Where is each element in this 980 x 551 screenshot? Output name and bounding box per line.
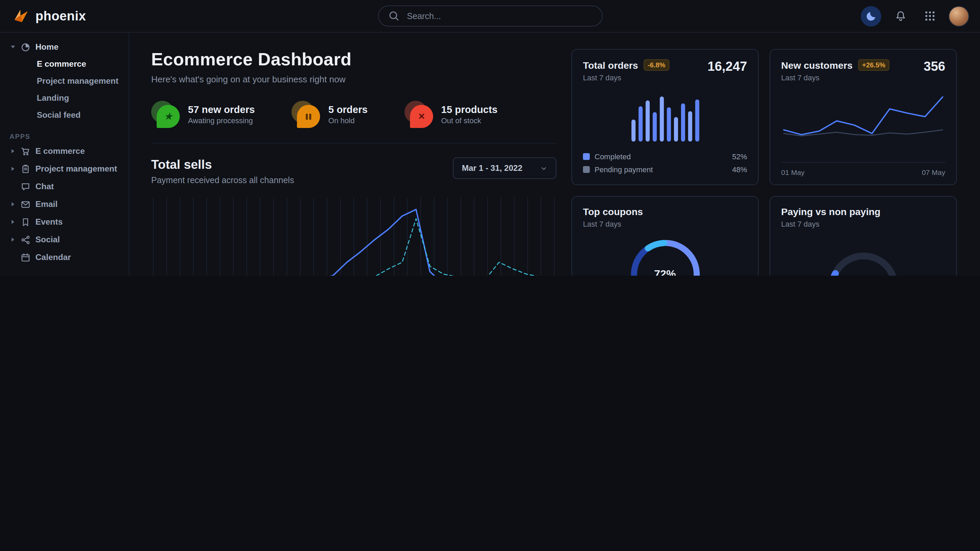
sidebar-item-label: Events [35, 217, 63, 227]
date-range-select[interactable]: Mar 1 - 31, 2022 [453, 157, 557, 179]
card-title: Paying vs non paying [781, 206, 881, 217]
apps-grid-button[interactable] [920, 6, 940, 26]
caret-right-icon [11, 220, 14, 224]
caret-right-icon [11, 238, 14, 241]
pause-icon [291, 101, 320, 128]
cart-icon [21, 146, 31, 156]
page-title: Ecommerce Dashboard [151, 49, 557, 70]
paying-gauge-chart [805, 231, 921, 276]
trend-badge: -6.8% [644, 59, 670, 71]
stats-row: ★ 57 new orders Awating processing 5 ord… [151, 101, 557, 144]
caret-down-icon [11, 46, 14, 48]
new-customers-card: New customers +26.5% Last 7 days 356 01 … [770, 49, 957, 185]
sidebar: HomeE commerceProject managementLandingS… [0, 33, 129, 276]
stat-new-orders: ★ 57 new orders Awating processing [151, 101, 255, 128]
sidebar-item-label: Chat [35, 182, 54, 191]
total-sells-section: Total sells Payment received across all … [151, 157, 557, 276]
caret-right-icon [11, 167, 14, 171]
sidebar-item-label: Email [35, 199, 57, 209]
brand[interactable]: phoenix [12, 7, 86, 25]
search-input[interactable] [406, 11, 592, 21]
sidebar-item-label: Social [35, 235, 60, 245]
calendar-icon [21, 252, 31, 262]
donut-center-value: 72% [625, 235, 705, 276]
global-search[interactable] [378, 5, 602, 27]
sidebar-item-label: Home [35, 42, 59, 52]
sidebar-item-project-management[interactable]: Project management [0, 73, 129, 90]
kpi-cards: Total orders -6.8% Last 7 days 16,247 Co… [571, 49, 957, 276]
sidebar-section-apps: APPS [0, 133, 129, 140]
share-icon [21, 235, 31, 245]
sidebar-item-social[interactable]: Social [0, 231, 129, 248]
chat-icon [21, 181, 31, 192]
total-orders-chart [600, 89, 730, 143]
search-icon [388, 10, 399, 22]
grid-icon [924, 10, 935, 22]
main-content: Ecommerce Dashboard Here's what's going … [129, 33, 980, 276]
sidebar-item-email[interactable]: Email [0, 195, 129, 213]
sidebar-item-label: Project management [35, 164, 117, 173]
new-customers-x-axis: 01 May07 May [781, 162, 945, 176]
phoenix-logo-icon [12, 7, 30, 25]
moon-icon [865, 10, 877, 22]
clipboard-icon [21, 164, 31, 174]
stat-out-of-stock: × 15 products Out of stock [404, 101, 498, 128]
sidebar-item-e-commerce[interactable]: E commerce [0, 56, 129, 73]
sidebar-item-chat[interactable]: Chat [0, 178, 129, 195]
pie-icon [21, 42, 31, 52]
total-sells-subtitle: Payment received across all channels [151, 176, 294, 185]
sidebar-item-landing[interactable]: Landing [0, 90, 129, 107]
sidebar-item-label: E commerce [35, 146, 85, 156]
sidebar-nav: HomeE commerceProject managementLandingS… [0, 38, 129, 276]
legend-item: Pending payment48% [583, 163, 747, 176]
paying-vs-non-paying-card: Paying vs non paying Last 7 days Paying … [770, 196, 957, 276]
total-orders-card: Total orders -6.8% Last 7 days 16,247 Co… [571, 49, 759, 185]
top-coupons-card: Top coupons Last 7 days 72% Percentage d… [571, 196, 759, 276]
sidebar-item-project-management[interactable]: Project management [0, 160, 129, 178]
card-title: Top coupons [583, 206, 643, 217]
trend-badge: +26.5% [858, 59, 889, 71]
brand-name: phoenix [35, 8, 86, 24]
user-avatar[interactable] [949, 6, 969, 26]
bell-icon [894, 10, 906, 22]
page-subtitle: Here's what's going on at your business … [151, 74, 557, 84]
theme-toggle-button[interactable] [861, 6, 881, 26]
sidebar-item-events[interactable]: Events [0, 213, 129, 231]
app-root: phoenix HomeE commerceProject management… [0, 0, 980, 276]
notifications-button[interactable] [890, 6, 910, 26]
topbar-actions [861, 6, 969, 26]
mail-icon [21, 199, 31, 209]
sidebar-item-social-feed[interactable]: Social feed [0, 107, 129, 124]
legend-item: Completed52% [583, 150, 747, 163]
top-coupons-chart: 72% [625, 235, 705, 276]
card-title: New customers [781, 60, 853, 70]
star-icon: ★ [151, 101, 180, 128]
bookmark-icon [21, 217, 31, 227]
sidebar-item-e-commerce[interactable]: E commerce [0, 142, 129, 160]
stat-orders-on-hold: 5 orders On hold [291, 101, 368, 128]
total-sells-title: Total sells [151, 157, 294, 172]
card-title: Total orders [583, 60, 638, 70]
total-sells-chart [151, 195, 557, 276]
sidebar-item-label: Calendar [35, 252, 71, 262]
topbar: phoenix [0, 0, 980, 33]
caret-right-icon [11, 202, 14, 206]
sidebar-section-pages: PAGES [0, 275, 129, 276]
sidebar-item-home[interactable]: Home [0, 38, 129, 56]
chevron-down-icon [540, 164, 547, 172]
x-icon: × [404, 101, 433, 128]
caret-right-icon [11, 149, 14, 153]
new-customers-chart [781, 89, 945, 159]
new-customers-value: 356 [924, 59, 945, 74]
total-orders-value: 16,247 [708, 59, 747, 74]
sidebar-item-calendar[interactable]: Calendar [0, 248, 129, 266]
